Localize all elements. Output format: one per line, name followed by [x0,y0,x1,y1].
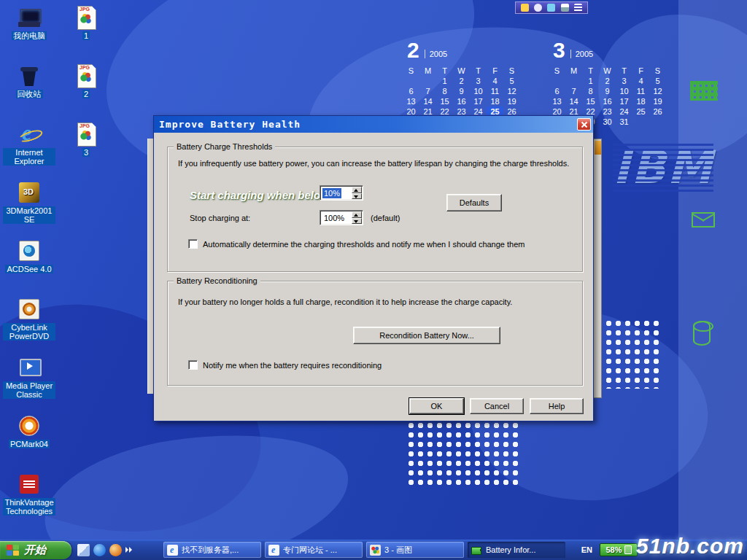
display-icon[interactable] [547,4,555,12]
system-toolbar[interactable] [515,1,588,14]
desktop-icon-label: 我的电脑 [12,31,47,40]
close-icon[interactable] [577,118,591,131]
envelope-icon [692,212,715,228]
desktop-icon-label: 2 [82,90,90,98]
media-player-classic-icon [18,356,41,379]
calendar-day: 15 [436,96,453,106]
calendar-day: 5 [649,76,666,86]
watermark: 51nb.com [636,534,744,559]
calendar-weekday: T [616,66,632,76]
calendar-day: 17 [470,96,487,106]
desktop-icon-column: 我的电脑回收站Internet Explorer3DMark2001 SEACD… [1,3,57,528]
calendar-day: 30 [599,117,616,127]
stop-charging-value[interactable]: 100% [322,213,346,223]
taskbar-button-label: 专门网论坛 - ... [283,545,337,556]
desktop-icon-acdsee[interactable]: ACDSee 4.0 [1,236,57,295]
internet-explorer-icon[interactable] [93,544,106,556]
ok-button[interactable]: OK [409,398,464,414]
show-desktop-icon[interactable] [77,544,90,556]
spin-down-icon[interactable] [352,218,362,225]
background-window-edge[interactable] [147,139,153,394]
internet-explorer-icon [18,122,41,146]
media-player-icon[interactable] [109,544,122,556]
notify-reconditioning-checkbox-label[interactable]: Notify me when the battery requires reco… [203,361,382,370]
start-charging-value[interactable]: 10% [322,188,341,198]
mouse-icon[interactable] [534,4,542,12]
desktop-icon-label: 3 [82,148,90,157]
calendar-day: 18 [632,96,649,106]
auto-determine-checkbox-label[interactable]: Automatically determine the charging thr… [203,240,525,249]
volume-icon[interactable] [561,4,569,12]
calendar-month-number: 2 [407,41,419,60]
desktop-icon-label: PCMark04 [9,440,50,448]
desktop-icon-recycle-bin[interactable]: 回收站 [1,61,57,120]
taskbar-button[interactable]: 专门网论坛 - ... [265,542,363,558]
desktop-icon-powerdvd[interactable]: CyberLink PowerDVD [1,295,57,353]
calendar-day: 11 [487,86,503,96]
start-charging-spinner[interactable]: 10% [320,185,363,201]
calendar-header: 22005 [407,41,527,60]
desktop-icon-my-computer[interactable]: 我的电脑 [1,3,57,61]
spin-down-icon[interactable] [352,193,362,200]
power-icon[interactable] [521,4,529,12]
jpg-file-icon: JPG [74,6,98,29]
keyboard-icon[interactable] [574,4,582,12]
taskbar-task-area: 找不到服务器,...专门网论坛 - ...3 - 画图Battery Infor… [163,542,565,558]
desktop-icon-benchmark-3dmark[interactable]: 3DMark2001 SE [1,178,57,236]
calendar-day: 19 [649,96,666,106]
stop-charging-spinner[interactable]: 100% [320,210,363,225]
calendar-day: 15 [582,96,599,106]
calendar-day: 11 [632,86,649,96]
ie-page-icon [268,545,279,556]
battery-tray-indicator[interactable]: 58% [600,543,638,556]
desktop-icon-jpg-file[interactable]: JPG1 [58,3,114,61]
calendar-day: 13 [549,96,565,106]
desktop-icon-pcmark[interactable]: PCMark04 [1,411,57,470]
calendar-day [649,117,666,127]
wallpaper-dot-grid [595,319,663,389]
spinner-arrows [352,187,362,199]
calendar-day: 14 [565,96,582,106]
group-title: Battery Reconditioning [174,276,260,286]
desktop-icon-media-player-classic[interactable]: Media Player Classic [1,353,57,411]
notify-reconditioning-checkbox[interactable] [188,360,198,370]
dialog-titlebar[interactable]: Improve Battery Health [154,116,593,133]
calendar-day: 3 [470,76,487,86]
stop-charging-label: Stop charging at: [190,214,250,222]
calendar-day: 10 [616,86,632,96]
defaults-button[interactable]: Defaults [446,194,502,211]
calendar-day: 6 [403,86,419,96]
language-indicator[interactable]: EN [581,545,592,554]
desktop-icon-label: ACDSee 4.0 [5,265,53,273]
calendar-day: 16 [453,96,470,106]
calendar-day: 25 [632,106,649,117]
paint-icon [370,545,381,556]
taskbar-button[interactable]: Battery Infor... [468,542,565,558]
calendar-weekday: T [582,66,599,76]
spin-up-icon[interactable] [352,211,362,218]
battery-reconditioning-group: Battery Reconditioning If your battery n… [167,281,583,386]
auto-determine-checkbox[interactable] [188,239,198,249]
cancel-button[interactable]: Cancel [470,398,524,414]
desktop-icon-label: CyberLink PowerDVD [3,323,55,341]
calendar-day: 3 [616,76,632,86]
taskbar-button[interactable]: 3 - 画图 [366,542,464,558]
recondition-battery-button[interactable]: Recondition Battery Now... [353,327,500,344]
spin-up-icon[interactable] [352,187,362,193]
chevron-icon[interactable] [125,544,133,556]
windows-flag-icon [7,545,20,556]
calendar-day [549,76,565,86]
calendar-month-number: 3 [553,41,565,60]
start-button[interactable]: 开始 [0,541,71,559]
desktop-icon-internet-explorer[interactable]: Internet Explorer [1,120,57,178]
desktop-icon-jpg-file[interactable]: JPG2 [58,61,114,120]
calendar-day: 1 [582,76,599,86]
help-button[interactable]: Help [530,398,584,414]
desktop-icon-thinkvantage[interactable]: ThinkVantage Technologies [1,470,57,528]
desktop-icon-jpg-file[interactable]: JPG3 [58,120,114,178]
calendar-day: 19 [503,96,520,106]
notify-reconditioning-checkbox-row: Notify me when the battery requires reco… [188,360,382,370]
taskbar-button[interactable]: 找不到服务器,... [163,542,261,558]
keyboard-grid-icon [690,81,718,101]
background-window-edge[interactable] [593,139,602,398]
